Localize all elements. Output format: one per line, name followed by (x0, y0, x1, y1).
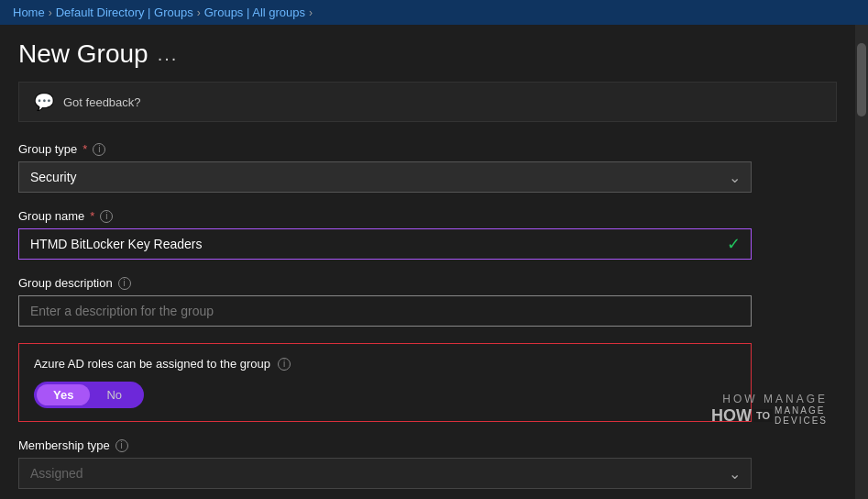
scroll-thumb[interactable] (857, 43, 866, 116)
watermark-row1: HOW MANAGE (722, 393, 828, 405)
group-name-info-icon[interactable]: i (100, 210, 113, 223)
main-content: New Group ... 💬 Got feedback? Group type… (0, 25, 868, 499)
breadcrumb: Home › Default Directory | Groups › Grou… (0, 0, 868, 25)
toggle-no-label: No (90, 384, 138, 405)
watermark: HOW MANAGE HOW TO MANAGE DEVICES (711, 393, 828, 426)
group-name-label: Group name * i (18, 209, 837, 223)
group-type-label: Group type * i (18, 142, 837, 156)
breadcrumb-groups[interactable]: Groups | All groups (204, 6, 305, 19)
group-description-label: Group description i (18, 276, 837, 290)
watermark-how: HOW (711, 406, 752, 426)
feedback-bar[interactable]: 💬 Got feedback? (18, 82, 837, 122)
form-fields: Group type * i Security Microsoft 365 ⌄ … (0, 137, 855, 499)
required-star-name: * (90, 209, 94, 223)
toggle-yes-label: Yes (37, 384, 90, 405)
group-description-field: Group description i (18, 276, 837, 327)
page-title: New Group (18, 39, 148, 69)
watermark-devices: DEVICES (775, 416, 828, 426)
watermark-manage: MANAGE (775, 405, 828, 416)
azure-roles-toggle-row: Yes No (34, 382, 736, 408)
azure-roles-box: Azure AD roles can be assigned to the gr… (18, 343, 752, 422)
group-name-input[interactable] (18, 228, 752, 260)
feedback-icon: 💬 (34, 92, 54, 112)
breadcrumb-sep3: › (309, 6, 313, 19)
watermark-right: MANAGE DEVICES (775, 405, 828, 426)
breadcrumb-home[interactable]: Home (13, 6, 45, 19)
form-area: New Group ... 💬 Got feedback? Group type… (0, 25, 855, 499)
azure-roles-label: Azure AD roles can be assigned to the gr… (34, 357, 736, 371)
membership-type-dropdown-wrapper: Assigned Dynamic User Dynamic Device ⌄ (18, 458, 752, 489)
scrollbar[interactable] (855, 25, 868, 499)
membership-type-info-icon[interactable]: i (115, 439, 128, 452)
breadcrumb-directory[interactable]: Default Directory | Groups (56, 6, 193, 19)
group-name-input-wrapper: ✓ (18, 228, 752, 260)
azure-roles-toggle[interactable]: Yes No (34, 382, 144, 408)
group-type-field: Group type * i Security Microsoft 365 ⌄ (18, 142, 837, 193)
group-description-input[interactable] (18, 295, 752, 327)
group-description-info-icon[interactable]: i (118, 277, 131, 290)
watermark-to: TO (753, 409, 773, 422)
azure-roles-info-icon[interactable]: i (278, 358, 291, 371)
feedback-text: Got feedback? (63, 95, 141, 109)
breadcrumb-sep2: › (197, 6, 201, 19)
group-type-select[interactable]: Security Microsoft 365 (18, 161, 752, 193)
watermark-row2: HOW TO MANAGE DEVICES (711, 405, 828, 426)
breadcrumb-sep1: › (49, 6, 52, 19)
ellipsis-button[interactable]: ... (158, 44, 179, 65)
group-description-input-wrapper (18, 295, 752, 327)
membership-type-field: Membership type i Assigned Dynamic User … (18, 438, 837, 489)
required-star-type: * (82, 142, 87, 156)
group-type-dropdown-wrapper: Security Microsoft 365 ⌄ (18, 161, 752, 193)
page-title-section: New Group ... (0, 25, 855, 78)
membership-type-label: Membership type i (18, 438, 837, 452)
group-type-info-icon[interactable]: i (93, 143, 105, 156)
group-name-field: Group name * i ✓ (18, 209, 837, 260)
membership-type-select[interactable]: Assigned Dynamic User Dynamic Device (18, 458, 752, 489)
watermark-logo: HOW MANAGE HOW TO MANAGE DEVICES (711, 393, 828, 426)
